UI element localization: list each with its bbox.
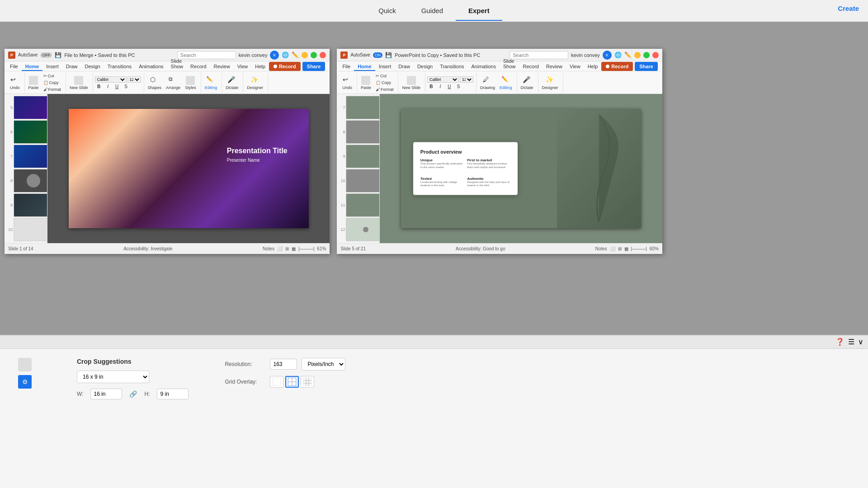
- list-icon[interactable]: ☰: [848, 338, 854, 346]
- left-view-normal[interactable]: ⬜: [277, 246, 283, 251]
- slide-thumb-8-l[interactable]: [14, 169, 47, 192]
- underline-btn-r[interactable]: U: [445, 84, 453, 89]
- create-button[interactable]: Create: [838, 5, 859, 12]
- designer-btn-l[interactable]: ✨ Designer: [245, 75, 265, 91]
- grid-none[interactable]: [270, 376, 283, 388]
- format-btn-r[interactable]: 🖌Format: [374, 86, 396, 93]
- designer-btn-r[interactable]: ✨ Designer: [540, 75, 560, 91]
- drawing-btn-r[interactable]: 🖊 Drawing: [478, 75, 497, 91]
- tab-help-r[interactable]: Help: [584, 63, 602, 71]
- copy-btn-r[interactable]: 📋Copy: [374, 80, 396, 86]
- shapes-btn-l[interactable]: ⬡ Shapes: [146, 75, 164, 91]
- slide-thumb-10-r[interactable]: [346, 169, 380, 192]
- tab-quick[interactable]: Quick: [366, 1, 408, 21]
- right-slide-main[interactable]: Product overview Unique Only product spe…: [380, 94, 662, 243]
- font-size-l[interactable]: 12: [127, 76, 141, 83]
- italic-btn-r[interactable]: I: [436, 84, 444, 89]
- tab-slideshow-r[interactable]: Slide Show: [500, 57, 519, 71]
- paste-btn-l[interactable]: Paste: [27, 75, 41, 91]
- left-maximize[interactable]: [311, 52, 317, 58]
- tab-file-r[interactable]: File: [339, 63, 354, 71]
- tab-animations-r[interactable]: Animations: [468, 63, 500, 71]
- tab-draw-r[interactable]: Draw: [395, 63, 414, 71]
- tab-guided[interactable]: Guided: [409, 1, 456, 21]
- right-view-grid[interactable]: ⊞: [618, 246, 622, 251]
- left-zoom-slider[interactable]: |———|: [298, 246, 314, 251]
- tab-file-l[interactable]: File: [6, 63, 22, 71]
- left-autosave-toggle[interactable]: OFF: [40, 52, 52, 58]
- cut-btn-l[interactable]: ✂Cut: [42, 73, 63, 79]
- tab-transitions-r[interactable]: Transitions: [436, 63, 467, 71]
- tab-expert[interactable]: Expert: [456, 1, 502, 21]
- left-view-slide[interactable]: ▦: [292, 246, 296, 251]
- bottom-icon-2[interactable]: ⚙: [18, 375, 32, 389]
- help-icon[interactable]: ❓: [835, 338, 844, 346]
- paste-btn-r[interactable]: Paste: [359, 75, 373, 91]
- collapse-icon[interactable]: ∨: [858, 338, 863, 346]
- crop-size-dropdown[interactable]: 16 x 9 in: [77, 371, 149, 383]
- width-input[interactable]: [90, 389, 122, 399]
- tab-record-l[interactable]: Record: [187, 63, 210, 71]
- styles-btn-l[interactable]: Styles: [183, 75, 198, 91]
- italic-btn-l[interactable]: I: [104, 84, 112, 89]
- slide-thumb-8-r[interactable]: [346, 120, 380, 144]
- tab-design-l[interactable]: Design: [81, 63, 104, 71]
- right-autosave-toggle[interactable]: ON: [373, 52, 383, 58]
- dictate-btn-l[interactable]: 🎤 Dictate: [224, 75, 240, 91]
- tab-animations-l[interactable]: Animations: [135, 63, 167, 71]
- cut-btn-r[interactable]: ✂Cut: [374, 73, 396, 79]
- tab-home-l[interactable]: Home: [22, 63, 43, 71]
- tab-help-l[interactable]: Help: [251, 63, 269, 71]
- copy-btn-l[interactable]: 📋Copy: [42, 80, 63, 86]
- right-close[interactable]: [652, 52, 659, 58]
- strike-btn-r[interactable]: S: [454, 84, 462, 89]
- right-share-button[interactable]: Share: [635, 62, 658, 71]
- format-btn-l[interactable]: 🖌Format: [42, 86, 63, 93]
- tab-slideshow-l[interactable]: Slide Show: [167, 57, 187, 71]
- left-close[interactable]: [320, 52, 326, 58]
- right-view-slide[interactable]: ▦: [624, 246, 628, 251]
- dictate-btn-r[interactable]: 🎤 Dictate: [519, 75, 535, 91]
- slide-thumb-10-l[interactable]: [14, 218, 47, 241]
- tab-insert-r[interactable]: Insert: [375, 63, 395, 71]
- left-share-button[interactable]: Share: [302, 62, 326, 71]
- undo-btn-l[interactable]: ↩ Undo: [8, 75, 22, 91]
- tab-view-r[interactable]: View: [566, 63, 584, 71]
- left-notes-btn[interactable]: Notes: [263, 246, 274, 251]
- right-record-button[interactable]: Record: [601, 62, 633, 71]
- height-input[interactable]: [157, 389, 189, 399]
- slide-thumb-7-l[interactable]: [14, 145, 47, 168]
- left-record-button[interactable]: Record: [269, 62, 301, 71]
- editing-btn-l[interactable]: ✏️ Editing: [203, 75, 219, 91]
- grid-3x3[interactable]: [301, 376, 314, 388]
- resolution-input[interactable]: [270, 359, 297, 370]
- right-view-normal[interactable]: ⬜: [610, 246, 615, 251]
- underline-btn-l[interactable]: U: [113, 84, 121, 89]
- grid-2x2[interactable]: [285, 376, 299, 388]
- slide-thumb-11-r[interactable]: [346, 193, 380, 217]
- pixels-dropdown[interactable]: Pixels/Inch: [302, 358, 345, 371]
- left-minimize[interactable]: [302, 52, 308, 58]
- slide-thumb-9-r[interactable]: [346, 145, 380, 168]
- tab-transitions-l[interactable]: Transitions: [104, 63, 135, 71]
- font-family-l[interactable]: Calibri: [95, 76, 127, 83]
- slide-thumb-7-r[interactable]: [346, 96, 380, 119]
- left-view-grid[interactable]: ⊞: [285, 246, 289, 251]
- editing-btn-r[interactable]: ✏️ Editing: [498, 75, 514, 91]
- right-minimize[interactable]: [634, 52, 641, 58]
- tab-design-r[interactable]: Design: [414, 63, 436, 71]
- slide-thumb-5-l[interactable]: [14, 96, 47, 119]
- tab-draw-l[interactable]: Draw: [62, 63, 81, 71]
- font-size-r[interactable]: 12: [460, 76, 473, 83]
- strike-btn-l[interactable]: S: [122, 84, 130, 89]
- slide-thumb-6-l[interactable]: [14, 120, 47, 144]
- bold-btn-r[interactable]: B: [427, 84, 435, 89]
- tab-record-r[interactable]: Record: [519, 63, 542, 71]
- new-slide-btn-r[interactable]: New Slide: [400, 75, 422, 91]
- left-slide-main[interactable]: Presentation Title Presenter Name: [47, 94, 330, 243]
- tab-review-l[interactable]: Review: [210, 63, 234, 71]
- slide-thumb-9-l[interactable]: [14, 193, 47, 217]
- new-slide-btn-l[interactable]: New Slide: [68, 75, 90, 91]
- bottom-icon-1[interactable]: [18, 358, 32, 371]
- right-maximize[interactable]: [643, 52, 650, 58]
